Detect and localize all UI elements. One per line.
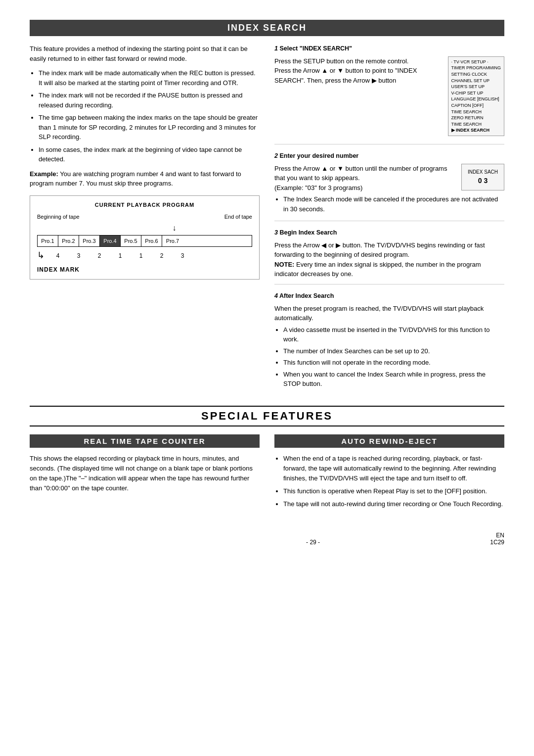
tv-menu-line-11: TIME SEARCH bbox=[451, 121, 501, 128]
program-numbers: 4 3 2 1 1 2 3 bbox=[47, 251, 193, 260]
tv-menu-line-5: USER'S SET UP bbox=[451, 84, 501, 90]
step-1-content: · TV·VCR SETUP · TIMER PROGRAMMING SETTI… bbox=[274, 56, 504, 139]
step-2-content: INDEX SACH 0 3 Press the Arrow ▲ or ▼ bu… bbox=[274, 164, 504, 216]
tv-menu-line-6: V-CHIP SET UP bbox=[451, 90, 501, 96]
num-2b: 2 bbox=[151, 251, 172, 260]
index-search-section: INDEX SEARCH This feature provides a met… bbox=[30, 20, 504, 391]
num-2: 2 bbox=[89, 251, 110, 260]
pro-box-1: Pro.1 bbox=[38, 236, 58, 247]
beginning-label: Beginning of tape bbox=[37, 213, 80, 221]
num-3b: 3 bbox=[172, 251, 193, 260]
step-3-label: Begin Index Search bbox=[279, 229, 337, 236]
step-4-text: When the preset program is reached, the … bbox=[274, 304, 504, 323]
step-4-title: 4 After Index Search bbox=[274, 291, 504, 301]
pro-box-2: Pro.2 bbox=[58, 236, 79, 247]
number-row: ↳ 4 3 2 1 1 2 3 bbox=[37, 249, 252, 262]
step-3-num: 3 bbox=[274, 229, 278, 236]
real-time-tape-counter-content: This shows the elapsed recording or play… bbox=[30, 454, 260, 494]
step-3-text: Press the Arrow ◀ or ▶ button. The TV/DV… bbox=[274, 240, 504, 260]
pro-box-3: Pro.3 bbox=[79, 236, 100, 247]
end-label: End of tape bbox=[224, 213, 252, 221]
special-features-section: SPECIAL FEATURES REAL TIME TAPE COUNTER … bbox=[30, 406, 504, 513]
tv-menu-line-3: SETTING CLOCK bbox=[451, 71, 501, 78]
index-search-title: INDEX SEARCH bbox=[30, 20, 504, 36]
special-features-title: SPECIAL FEATURES bbox=[30, 406, 504, 426]
tv-menu-line-7: LANGUAGE [ENGLISH] bbox=[451, 96, 501, 102]
step-2-title: 2 Enter your desired number bbox=[274, 151, 504, 161]
step-divider-2 bbox=[274, 221, 504, 221]
step-4-num: 4 bbox=[274, 292, 278, 299]
down-arrow-icon: ↓ bbox=[173, 222, 177, 234]
index-mark-label: INDEX MARK bbox=[37, 265, 252, 274]
real-time-tape-counter-text: This shows the elapsed recording or play… bbox=[30, 454, 260, 494]
step-1-label: Select "INDEX SEARCH" bbox=[279, 45, 352, 52]
pro-box-4-highlighted: Pro.4 bbox=[100, 236, 121, 247]
pro-boxes: Pro.1 Pro.2 Pro.3 Pro.4 Pro.5 Pro.6 Pro.… bbox=[37, 235, 252, 247]
auto-rewind-bullet-2: This function is operative when Repeat P… bbox=[283, 486, 504, 496]
pro-box-7: Pro.7 bbox=[162, 236, 183, 247]
bullet-4: In some cases, the index mark at the beg… bbox=[39, 145, 260, 164]
index-display-line-1: INDEX SACH bbox=[468, 168, 498, 176]
bullet-2: The index mark will not be recorded if t… bbox=[39, 91, 260, 110]
tv-menu-inset: · TV·VCR SETUP · TIMER PROGRAMMING SETTI… bbox=[448, 56, 505, 136]
auto-rewind-eject-bullets: When the end of a tape is reached during… bbox=[274, 454, 504, 510]
step-4-bullet-3: This function will not operate in the re… bbox=[283, 358, 504, 368]
tv-menu-line-2: TIMER PROGRAMMING bbox=[451, 65, 501, 71]
tape-labels: Beginning of tape End of tape bbox=[37, 213, 252, 221]
bullet-3: The time gap between making the index ma… bbox=[39, 113, 260, 142]
step-3-content: Press the Arrow ◀ or ▶ button. The TV/DV… bbox=[274, 240, 504, 279]
index-display-line-2: 0 3 bbox=[468, 176, 498, 186]
footer-lang: EN bbox=[490, 532, 504, 539]
pro-box-5: Pro.5 bbox=[121, 236, 141, 247]
real-time-tape-counter-section: REAL TIME TAPE COUNTER This shows the el… bbox=[30, 434, 260, 513]
tv-menu-line-9: TIME SEARCH bbox=[451, 109, 501, 115]
index-search-left-column: This feature provides a method of indexi… bbox=[30, 44, 260, 391]
index-display-inset: INDEX SACH 0 3 bbox=[461, 164, 504, 190]
pro-box-6: Pro.6 bbox=[141, 236, 162, 247]
auto-rewind-eject-section: AUTO REWIND-EJECT When the end of a tape… bbox=[274, 434, 504, 513]
tape-arrow-row: ↓ bbox=[37, 222, 252, 234]
step-divider-3 bbox=[274, 284, 504, 284]
real-time-tape-counter-title: REAL TIME TAPE COUNTER bbox=[30, 434, 260, 448]
auto-rewind-bullet-3: The tape will not auto-rewind during tim… bbox=[283, 499, 504, 509]
auto-rewind-eject-content: When the end of a tape is reached during… bbox=[274, 454, 504, 510]
playback-arrow-icon: ↳ bbox=[37, 249, 44, 262]
step-3-note: NOTE: Every time an index signal is skip… bbox=[274, 260, 504, 279]
step-4-bullet-2: The number of Index Searches can be set … bbox=[283, 346, 504, 356]
step-4-content: When the preset program is reached, the … bbox=[274, 304, 504, 389]
step-2-num: 2 bbox=[274, 152, 278, 159]
step-1-num: 1 bbox=[274, 45, 278, 52]
step-3-title: 3 Begin Index Search bbox=[274, 228, 504, 237]
tv-menu-line-1: · TV·VCR SETUP · bbox=[451, 59, 501, 65]
playback-diagram: CURRENT PLAYBACK PROGRAM Beginning of ta… bbox=[30, 195, 260, 280]
page-info-right: EN 1C29 bbox=[490, 532, 504, 546]
special-two-column: REAL TIME TAPE COUNTER This shows the el… bbox=[30, 434, 504, 513]
step-2-label: Enter your desired number bbox=[279, 152, 358, 159]
example-paragraph: Example: You are watching program number… bbox=[30, 169, 260, 189]
num-3: 3 bbox=[68, 251, 89, 260]
index-search-bullets: The index mark will be made automaticall… bbox=[30, 68, 260, 164]
example-label: Example: bbox=[30, 170, 58, 178]
num-1a: 1 bbox=[110, 251, 131, 260]
tv-menu-line-12: ▶ INDEX SEARCH bbox=[451, 127, 501, 134]
num-4: 4 bbox=[47, 251, 68, 260]
tv-menu-line-4: CHANNEL SET UP bbox=[451, 78, 501, 84]
step-divider-1 bbox=[274, 144, 504, 144]
step-4-label: After Index Search bbox=[279, 292, 334, 299]
diagram-title: CURRENT PLAYBACK PROGRAM bbox=[37, 201, 252, 209]
tv-menu-line-8: CAPTION [OFF] bbox=[451, 102, 501, 109]
step-4-bullet-4: When you want to cancel the Index Search… bbox=[283, 370, 504, 389]
page-number: - 29 - bbox=[136, 539, 490, 546]
step-2-bullets: The Index Search mode will be canceled i… bbox=[274, 194, 504, 214]
step-2-bullet-1: The Index Search mode will be canceled i… bbox=[283, 194, 504, 214]
tv-menu-line-10: ZERO RETURN bbox=[451, 115, 501, 121]
step-4-bullets: A video cassette must be inserted in the… bbox=[274, 325, 504, 389]
page-footer: - 29 - EN 1C29 bbox=[30, 532, 504, 546]
num-1b: 1 bbox=[131, 251, 151, 260]
auto-rewind-eject-title: AUTO REWIND-EJECT bbox=[274, 434, 504, 448]
index-search-right-column: 1 Select "INDEX SEARCH" · TV·VCR SETUP ·… bbox=[274, 44, 504, 391]
step-1-title: 1 Select "INDEX SEARCH" bbox=[274, 44, 504, 53]
index-search-intro: This feature provides a method of indexi… bbox=[30, 44, 260, 63]
footer-code: 1C29 bbox=[490, 539, 504, 546]
example-text: You are watching program number 4 and wa… bbox=[30, 170, 241, 188]
